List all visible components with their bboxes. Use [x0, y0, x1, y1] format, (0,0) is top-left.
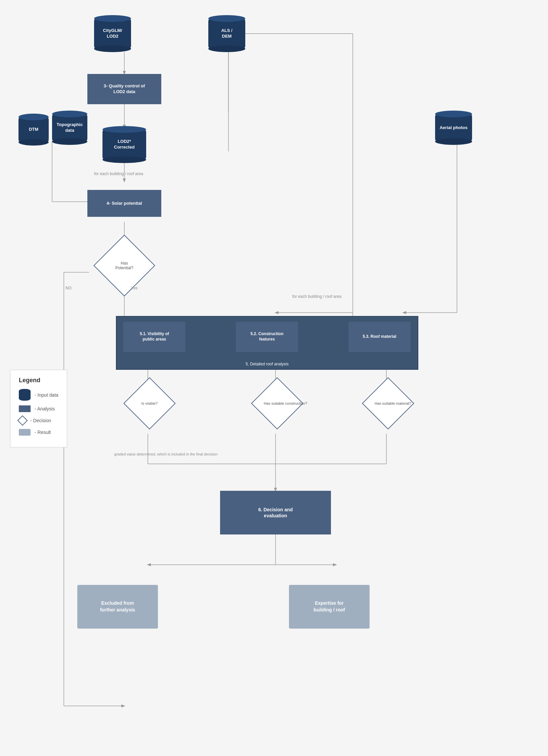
lod2-corrected-cylinder: LOD2*Corrected	[102, 126, 146, 163]
legend-title: Legend	[19, 377, 58, 384]
step6-box: 6. Decision andevaluation	[220, 491, 331, 534]
legend: Legend - Input data - Analysis - Decisio…	[10, 370, 67, 447]
step4-box: 4- Solar potential	[87, 190, 161, 217]
step53-box: 5.3. Roof material	[348, 322, 411, 352]
step51-box: 5.1. Visibility ofpublic areas	[123, 322, 185, 352]
expertise-result: Expertise forbuilding / roof	[289, 585, 370, 629]
is-visible-diamond: Is visible?	[123, 376, 176, 430]
als-cylinder: ALS /DEM	[208, 15, 245, 52]
legend-analysis: - Analysis	[19, 405, 58, 412]
legend-result: - Result	[19, 429, 58, 436]
has-potential-diamond: HasPotential?	[91, 235, 158, 296]
legend-result-icon	[19, 429, 31, 436]
step3-box: 3- Quality control ofLOD2 data	[87, 74, 161, 104]
legend-cylinder-icon	[19, 389, 31, 401]
foreach-label-1: for each building / roof area	[94, 171, 143, 176]
dtm-cylinder: DTM	[18, 114, 49, 145]
has-construction-diamond: Has suitable construction?	[250, 376, 304, 430]
legend-input-data: - Input data	[19, 389, 58, 401]
legend-decision: - Decision	[19, 417, 58, 424]
no-label: NO	[66, 286, 72, 290]
graded-value-label: graded value determined, which is includ…	[114, 452, 218, 456]
detailed-roof-container: 5.1. Visibility ofpublic areas 5.2. Cons…	[116, 316, 418, 370]
diagram-container: CityGLM/LOD2 ALS /DEM DTM Topographic da…	[0, 0, 548, 756]
legend-box-icon	[19, 405, 31, 412]
foreach-label-2: for each building / roof area	[292, 294, 341, 299]
yes-label: Yes	[131, 286, 138, 290]
aerial-cylinder: Aerial photos	[435, 111, 472, 145]
excluded-result: Excluded fromfurther analysis	[77, 585, 158, 629]
has-material-diamond: Has suitable material?	[361, 376, 415, 430]
step52-box: 5.2. Constructionfeatures	[236, 322, 298, 352]
detailed-roof-label: 5. Detailed roof analysis	[246, 362, 289, 366]
legend-diamond-icon	[17, 415, 28, 426]
topographic-cylinder: Topographic data	[52, 111, 87, 145]
cityglm-cylinder: CityGLM/LOD2	[94, 15, 131, 52]
